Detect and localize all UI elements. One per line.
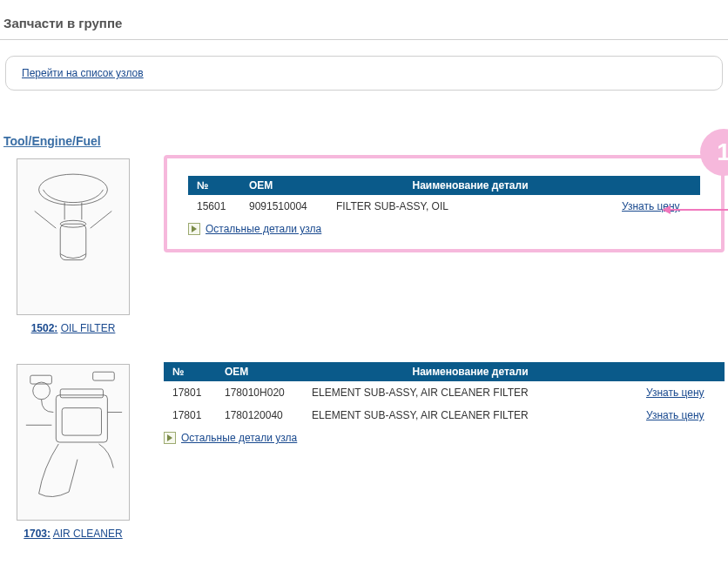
col-no: № — [164, 362, 216, 381]
col-price — [637, 362, 725, 381]
part-diagram-thumbnail[interactable] — [17, 158, 130, 315]
svg-rect-7 — [62, 408, 101, 436]
callout-badge: 1 — [700, 129, 728, 176]
thumbnail-caption[interactable]: 1502: OIL FILTER — [3, 322, 143, 334]
cell-oem: 9091510004 — [240, 195, 327, 218]
svg-rect-9 — [30, 375, 52, 384]
svg-point-8 — [33, 382, 51, 400]
group-code: 1502: — [31, 322, 58, 334]
col-oem: OEM — [216, 362, 303, 381]
price-link[interactable]: Узнать цену — [646, 387, 704, 399]
group-title: AIR CLEANER — [53, 528, 123, 540]
table-row: 15601 9091510004 FILTER SUB-ASSY, OIL Уз… — [188, 195, 700, 218]
group-title: OIL FILTER — [61, 322, 116, 334]
diagram-icon — [17, 365, 129, 520]
col-no: № — [188, 176, 240, 195]
table-row: 17801 178010H020 ELEMENT SUB-ASSY, AIR C… — [164, 381, 725, 404]
table-column: № OEM Наименование детали 17801 178010H0… — [164, 359, 725, 444]
divider — [0, 39, 728, 40]
cell-price: Узнать цену — [613, 195, 700, 218]
col-oem: OEM — [240, 176, 327, 195]
cell-no: 15601 — [188, 195, 240, 218]
part-group: 1703: AIR CLEANER № OEM Наименование дет… — [0, 359, 728, 540]
rest-parts-link[interactable]: Остальные детали узла — [206, 223, 321, 235]
table-row: 17801 1780120040 ELEMENT SUB-ASSY, AIR C… — [164, 404, 725, 427]
cell-price: Узнать цену — [637, 381, 725, 404]
cell-name: ELEMENT SUB-ASSY, AIR CLEANER FILTER — [303, 381, 637, 404]
svg-rect-6 — [60, 389, 103, 398]
svg-rect-1 — [60, 224, 86, 259]
svg-line-3 — [35, 211, 57, 228]
parts-table: № OEM Наименование детали 15601 90915100… — [188, 176, 700, 218]
expand-icon[interactable] — [188, 223, 200, 235]
col-name: Наименование детали — [303, 362, 637, 381]
thumbnail-column: 1703: AIR CLEANER — [3, 359, 143, 540]
col-name: Наименование детали — [327, 176, 613, 195]
svg-rect-10 — [93, 372, 115, 380]
rest-parts-row: Остальные детали узла — [188, 218, 700, 235]
rest-parts-link[interactable]: Остальные детали узла — [181, 432, 297, 444]
cell-no: 17801 — [164, 381, 216, 404]
cell-oem: 178010H020 — [216, 381, 303, 404]
highlighted-area: 1 № OEM Наименование детали 15601 909151… — [164, 155, 725, 252]
cell-no: 17801 — [164, 404, 216, 427]
group-code: 1703: — [24, 528, 51, 540]
col-price — [613, 176, 700, 195]
callout-arrow-icon — [669, 209, 728, 211]
part-diagram-thumbnail[interactable] — [17, 364, 130, 521]
thumbnail-caption[interactable]: 1703: AIR CLEANER — [3, 528, 143, 540]
cell-oem: 1780120040 — [216, 404, 303, 427]
go-to-nodes-link[interactable]: Перейти на список узлов — [22, 67, 144, 79]
price-link[interactable]: Узнать цену — [646, 409, 704, 421]
thumbnail-column: 1502: OIL FILTER — [3, 153, 143, 334]
diagram-icon — [17, 159, 129, 314]
svg-point-0 — [39, 174, 108, 205]
cell-name: FILTER SUB-ASSY, OIL — [327, 195, 613, 218]
svg-line-4 — [91, 211, 112, 228]
parts-table: № OEM Наименование детали 17801 178010H0… — [164, 362, 725, 427]
cell-price: Узнать цену — [637, 404, 725, 427]
cell-name: ELEMENT SUB-ASSY, AIR CLEANER FILTER — [303, 404, 637, 427]
page-title: Запчасти в группе — [0, 0, 728, 39]
part-group: 1502: OIL FILTER 1 № OEM Наименование де… — [0, 153, 728, 334]
rest-parts-row: Остальные детали узла — [164, 427, 725, 444]
nodes-link-box: Перейти на список узлов — [5, 56, 723, 91]
expand-icon[interactable] — [164, 432, 176, 444]
section-link[interactable]: Tool/Engine/Fuel — [3, 134, 101, 148]
